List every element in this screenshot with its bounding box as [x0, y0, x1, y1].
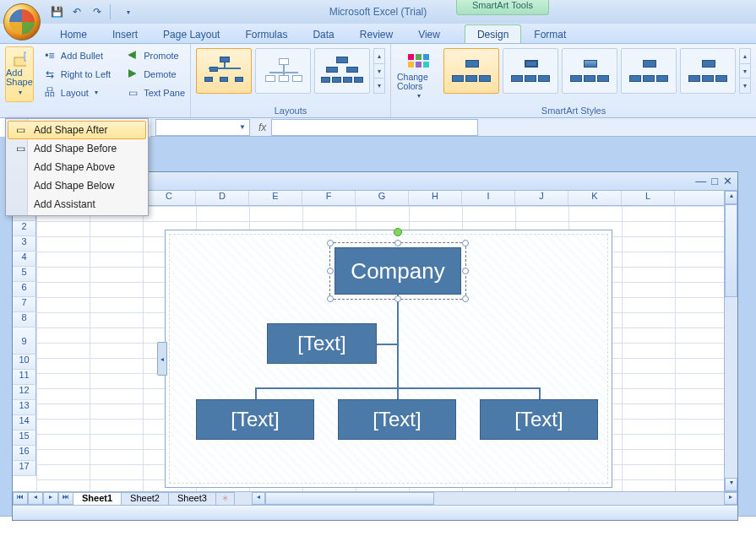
add-shape-button[interactable]: Add Shape	[5, 46, 34, 102]
row-head[interactable]: 2	[13, 221, 36, 236]
scroll-thumb[interactable]	[725, 204, 737, 297]
resize-handle[interactable]	[394, 295, 401, 302]
qat-customize-icon[interactable]	[118, 3, 137, 21]
col-head[interactable]: I	[462, 191, 515, 205]
gallery-scroll[interactable]: ▴▾▾	[739, 48, 751, 94]
smartart-node[interactable]: [Text]	[480, 399, 598, 440]
change-colors-button[interactable]: Change Colors	[396, 48, 440, 104]
menu-add-shape-above[interactable]: Add Shape Above	[8, 158, 146, 176]
promote-button[interactable]: ⯇Promote	[120, 46, 191, 64]
redo-icon[interactable]: ↷	[88, 3, 106, 21]
row-head[interactable]: 12	[13, 385, 36, 400]
row-head[interactable]: 9	[13, 328, 36, 355]
last-sheet-icon[interactable]: ⏭	[58, 492, 73, 505]
resize-handle[interactable]	[327, 268, 334, 274]
scroll-left-icon[interactable]: ◂	[252, 492, 265, 505]
col-head[interactable]: E	[249, 191, 302, 205]
layout-gallery-item[interactable]	[255, 48, 311, 94]
row-head[interactable]: 11	[13, 370, 36, 385]
row-head[interactable]: 7	[13, 297, 36, 312]
layout-button[interactable]: 品Layout	[37, 84, 117, 101]
resize-handle[interactable]	[327, 240, 334, 246]
resize-handle[interactable]	[462, 295, 469, 302]
next-sheet-icon[interactable]: ▸	[43, 492, 58, 505]
scroll-thumb[interactable]	[265, 492, 434, 505]
resize-handle[interactable]	[462, 268, 469, 274]
text-pane-button[interactable]: ▭Text Pane	[120, 84, 191, 101]
close-icon[interactable]: ✕	[723, 175, 732, 187]
office-button[interactable]	[3, 3, 41, 41]
row-head[interactable]: 16	[13, 446, 36, 461]
minimize-icon[interactable]: —	[695, 175, 706, 187]
col-head[interactable]: F	[302, 191, 356, 205]
tab-insert[interactable]: Insert	[100, 24, 150, 43]
tab-review[interactable]: Review	[347, 24, 405, 43]
menu-add-assistant[interactable]: Add Assistant	[8, 195, 146, 214]
prev-sheet-icon[interactable]: ◂	[28, 492, 43, 505]
style-gallery-item[interactable]	[443, 48, 499, 94]
style-gallery-item[interactable]	[562, 48, 617, 94]
smartart-node[interactable]: [Text]	[196, 399, 314, 440]
smartart-node[interactable]: [Text]	[267, 323, 377, 364]
new-sheet-icon[interactable]: ✶	[215, 492, 235, 506]
formula-input[interactable]	[271, 119, 478, 136]
resize-handle[interactable]	[327, 295, 334, 302]
scroll-up-icon[interactable]: ▴	[374, 49, 384, 64]
row-head[interactable]: 13	[13, 400, 36, 415]
col-head[interactable]: J	[515, 191, 568, 205]
col-head[interactable]: K	[568, 191, 622, 205]
col-head[interactable]: C	[143, 191, 196, 205]
smartart-node[interactable]: [Text]	[338, 399, 456, 440]
name-box[interactable]: ▼	[155, 119, 250, 136]
fx-icon[interactable]: fx	[258, 122, 266, 133]
scroll-down-icon[interactable]: ▾	[374, 64, 384, 79]
row-head[interactable]: 15	[13, 430, 36, 446]
chevron-down-icon[interactable]: ▼	[239, 123, 246, 131]
menu-add-shape-after[interactable]: ▭Add Shape After	[8, 121, 146, 139]
resize-handle[interactable]	[394, 240, 401, 246]
demote-button[interactable]: ⯈Demote	[120, 65, 191, 83]
col-head[interactable]: H	[409, 191, 462, 205]
add-bullet-button[interactable]: •≡Add Bullet	[37, 46, 117, 64]
undo-icon[interactable]: ↶	[68, 3, 86, 21]
layout-gallery-item[interactable]	[314, 48, 370, 94]
smartart-frame[interactable]: ◂ Company [Text] [Text] [Text] [Text]	[165, 230, 612, 488]
text-pane-toggle[interactable]: ◂	[157, 342, 167, 376]
sheet-tab[interactable]: Sheet2	[121, 492, 169, 506]
maximize-icon[interactable]: □	[711, 175, 718, 187]
tab-format[interactable]: Format	[521, 24, 579, 43]
sheet-tab[interactable]: Sheet1	[73, 492, 122, 506]
gallery-scroll[interactable]: ▴▾▾	[373, 48, 385, 94]
resize-handle[interactable]	[462, 240, 469, 246]
horizontal-scrollbar[interactable]: ◂ ▸	[252, 492, 737, 505]
rotate-handle[interactable]	[394, 228, 402, 236]
scroll-down-icon[interactable]: ▾	[740, 64, 750, 79]
col-head[interactable]: G	[356, 191, 409, 205]
row-head[interactable]: 4	[13, 252, 36, 267]
save-icon[interactable]: 💾	[47, 3, 66, 21]
gallery-more-icon[interactable]: ▾	[374, 79, 384, 93]
sheet-tab[interactable]: Sheet3	[168, 492, 216, 506]
tab-home[interactable]: Home	[47, 24, 100, 43]
row-head[interactable]: 10	[13, 355, 36, 370]
scroll-up-icon[interactable]: ▴	[740, 49, 750, 64]
gallery-more-icon[interactable]: ▾	[740, 79, 750, 93]
row-head[interactable]: 6	[13, 282, 36, 297]
tab-view[interactable]: View	[405, 24, 453, 43]
menu-add-shape-below[interactable]: Add Shape Below	[8, 176, 146, 195]
col-head[interactable]: D	[196, 191, 249, 205]
menu-add-shape-before[interactable]: ▭Add Shape Before	[8, 139, 146, 158]
scroll-right-icon[interactable]: ▸	[724, 492, 737, 505]
style-gallery-item[interactable]	[621, 48, 677, 94]
layout-gallery-item[interactable]	[196, 48, 252, 94]
col-head[interactable]: L	[622, 191, 675, 205]
row-head[interactable]: 17	[13, 461, 36, 476]
row-head[interactable]: 3	[13, 236, 36, 252]
row-head[interactable]: 8	[13, 312, 36, 328]
row-head[interactable]: 14	[13, 415, 36, 430]
style-gallery-item[interactable]	[680, 48, 736, 94]
tab-data[interactable]: Data	[300, 24, 346, 43]
right-to-left-button[interactable]: ⇆Right to Left	[37, 65, 117, 83]
tab-formulas[interactable]: Formulas	[232, 24, 300, 43]
vertical-scrollbar[interactable]: ▴ ▾	[724, 191, 737, 491]
